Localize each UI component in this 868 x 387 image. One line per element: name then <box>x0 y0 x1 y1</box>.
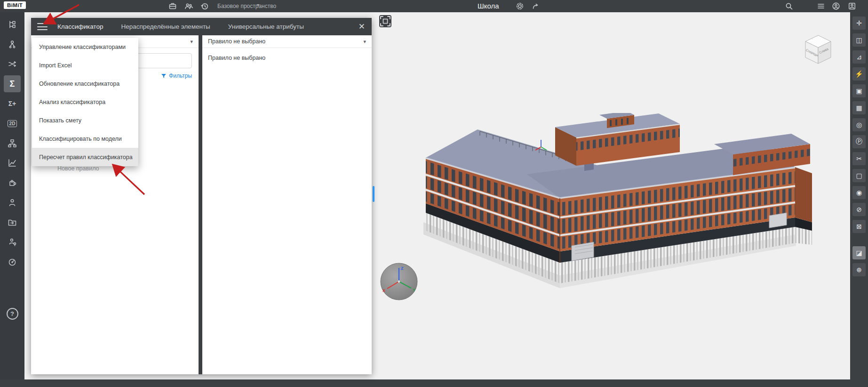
new-rule-item[interactable]: Новое правило <box>57 165 99 172</box>
eye-icon: ◉ <box>856 189 862 196</box>
tab-classifier[interactable]: Классификатор <box>57 23 103 30</box>
sidebar-item-classifier-add[interactable]: Σ+ <box>4 95 21 112</box>
zoom-fit-icon <box>379 15 391 27</box>
zoom-target-button[interactable]: ◎ <box>852 118 866 131</box>
chevron-down-icon: ▾ <box>190 39 193 45</box>
panel-scrollbar-thumb[interactable] <box>373 186 374 202</box>
menu-item-recalculate-rules[interactable]: Пересчет правил классификатора <box>32 148 138 166</box>
search-icon <box>785 2 793 10</box>
person-pin-icon <box>8 237 17 247</box>
classifier-panel-header: Классификатор Нераспределённые элементы … <box>31 18 372 35</box>
sidebar-item-dashboard[interactable] <box>4 253 21 270</box>
team-button[interactable] <box>184 2 193 10</box>
selection-area-button[interactable]: ▢ <box>852 169 866 182</box>
sidebar-item-structure[interactable] <box>4 16 21 33</box>
sidebar-item-person-location[interactable] <box>4 234 21 250</box>
list-icon <box>817 2 825 10</box>
projects-button[interactable] <box>168 2 177 10</box>
clash-check-button[interactable]: ⚡ <box>852 67 866 81</box>
menu-item-show-estimate[interactable]: Показать смету <box>32 111 138 129</box>
rule-empty-text: Правило не выбрано <box>202 48 372 68</box>
plans-button[interactable]: Ⓟ <box>852 135 866 148</box>
building-model-3d[interactable] <box>409 113 823 297</box>
org-chart-icon <box>8 138 17 148</box>
sidebar-item-shared-folder[interactable] <box>4 214 21 231</box>
clear-selection-icon: ⊠ <box>856 223 862 230</box>
orbit-mode-button[interactable]: ⊕ <box>852 263 866 276</box>
profile-button[interactable] <box>848 2 856 10</box>
sidebar-item-nodes[interactable] <box>4 36 21 53</box>
close-panel-button[interactable]: ✕ <box>358 23 365 31</box>
sidebar-item-classifier[interactable]: Σ <box>4 75 21 92</box>
classifier-menu-button[interactable] <box>37 23 48 30</box>
sidebar-item-plugins[interactable] <box>4 174 21 191</box>
search-button[interactable] <box>785 2 793 10</box>
shuffle-arrows-icon <box>8 59 17 69</box>
show-elements-button[interactable]: ◉ <box>852 186 866 199</box>
list-menu-button[interactable] <box>817 2 825 10</box>
zoom-fit-button[interactable] <box>379 15 391 27</box>
classifier-menu-popup: Управление классификаторами Import Excel… <box>32 38 138 166</box>
model-view-button[interactable]: ◪ <box>852 246 866 259</box>
cube-icon: ◪ <box>856 249 862 257</box>
structure-tree-icon <box>8 20 17 29</box>
viewports-grid-button[interactable]: ▦ <box>852 101 866 114</box>
orbit-navigation-ball[interactable]: Z X Y <box>379 262 419 301</box>
zoom-target-icon: ◎ <box>856 121 862 129</box>
orbit-icon: ⊕ <box>856 266 862 274</box>
history-button[interactable] <box>200 2 209 10</box>
settings-button[interactable] <box>516 2 524 10</box>
axis-z-label: Z <box>401 266 404 271</box>
rules-column: Правило не выбрано ▾ Правило не выбрано <box>202 35 372 374</box>
sidebar-item-analytics[interactable] <box>4 154 21 171</box>
user-badge-icon <box>848 2 856 10</box>
measure-button[interactable]: ⊿ <box>852 50 866 64</box>
axis-x-label: X <box>382 288 385 293</box>
classifier-panel: Классификатор Нераспределённые элементы … <box>31 18 372 374</box>
tab-unassigned-elements[interactable]: Нераспределённые элементы <box>121 23 210 30</box>
share-button[interactable] <box>532 2 540 10</box>
sidebar-item-hierarchy[interactable] <box>4 135 21 152</box>
viewport-toolbar: ✛ ◫ ⊿ ⚡ ▣ ▦ ◎ Ⓟ ✂ ▢ ◉ ⊘ ⊠ ◪ ⊕ <box>850 12 868 379</box>
measure-icon: ⊿ <box>856 53 862 61</box>
menu-item-update-classifier[interactable]: Обновление классификатора <box>32 74 138 93</box>
plans-icon: Ⓟ <box>856 137 862 146</box>
workspace-caret-icon[interactable]: ▾ <box>257 2 259 8</box>
help-button[interactable]: ? <box>4 305 21 322</box>
tab-universal-attributes[interactable]: Универсальные атрибуты <box>228 23 304 30</box>
sidebar-item-relations[interactable] <box>4 56 21 73</box>
briefcase-icon <box>168 2 177 10</box>
history-clock-icon <box>200 2 209 10</box>
model-parts-icon: ▣ <box>856 87 862 95</box>
menu-item-analyze-classifier[interactable]: Анализ классификатора <box>32 93 138 111</box>
model-parts-button[interactable]: ▣ <box>852 84 866 97</box>
app-logo: BiMiT <box>4 1 26 9</box>
person-icon <box>8 198 17 207</box>
2d-view-icon: 2D <box>8 120 17 127</box>
folder-share-icon <box>8 218 17 227</box>
menu-item-classify-by-model[interactable]: Классифицировать по модели <box>32 129 138 148</box>
account-button[interactable] <box>832 2 840 10</box>
menu-item-manage-classifiers[interactable]: Управление классификаторами <box>32 38 138 56</box>
rule-selector[interactable]: Правило не выбрано ▾ <box>202 35 372 48</box>
sidebar-item-2d[interactable]: 2D <box>4 115 21 132</box>
gauge-icon <box>8 257 17 266</box>
project-title: Школа <box>478 2 499 10</box>
workspace-selector[interactable]: Базовое пространство <box>217 3 276 9</box>
users-icon <box>184 2 193 10</box>
hide-elements-button[interactable]: ⊘ <box>852 203 866 216</box>
view-cube[interactable]: Спереди Слева <box>800 30 836 67</box>
pan-tool-button[interactable]: ✛ <box>852 16 866 30</box>
top-app-bar: BiMiT Базовое пространство ▾ Школа <box>0 0 868 12</box>
left-toolbar: Σ Σ+ 2D <box>0 12 24 379</box>
sigma-plus-icon: Σ+ <box>8 100 16 107</box>
selection-area-icon: ▢ <box>856 172 862 179</box>
menu-item-import-excel[interactable]: Import Excel <box>32 56 138 74</box>
clear-selection-button[interactable]: ⊠ <box>852 220 866 233</box>
account-circle-icon <box>832 2 840 10</box>
section-plane-button[interactable]: ◫ <box>852 33 866 47</box>
sidebar-item-users[interactable] <box>4 194 21 211</box>
clash-check-icon: ⚡ <box>855 70 863 78</box>
section-cut-button[interactable]: ✂ <box>852 152 866 165</box>
filter-funnel-icon <box>161 73 167 79</box>
